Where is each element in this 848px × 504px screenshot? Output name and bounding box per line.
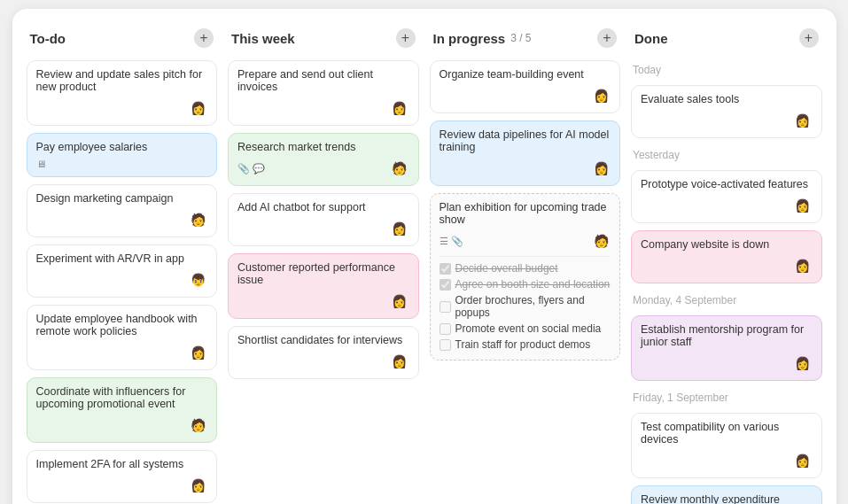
- checklist-item-4: Promote event on social media: [440, 321, 611, 337]
- column-title-this-week: This week: [231, 31, 295, 46]
- card-text-19: Prototype voice-activated features: [641, 178, 813, 190]
- add-card-in-progress[interactable]: +: [597, 28, 617, 48]
- add-card-todo[interactable]: +: [194, 28, 214, 48]
- avatar-10: 👩: [390, 98, 409, 118]
- column-title-in-progress: In progress: [433, 31, 506, 46]
- card-icons-2: 🖥: [36, 159, 46, 169]
- card-text-2: Pay employee salaries: [36, 141, 208, 153]
- card-text-1: Review and update sales pitch for new pr…: [36, 68, 208, 93]
- avatar-15: 👩: [591, 86, 611, 105]
- avatar-13: 👩: [390, 291, 409, 311]
- card-text-12: Add AI chatbot for support: [237, 201, 409, 213]
- avatar-17: 🧑: [591, 231, 611, 251]
- card-15[interactable]: Organize team-building event 👩: [430, 60, 621, 113]
- card-text-21: Establish mentorship program for junior …: [641, 323, 813, 348]
- card-19[interactable]: Prototype voice-activated features 👩: [631, 170, 822, 223]
- avatar-21: 👩: [793, 353, 813, 373]
- column-title-done: Done: [634, 31, 668, 46]
- card-7[interactable]: Implement 2FA for all systems 👩: [27, 450, 218, 503]
- card-4[interactable]: Experiment with AR/VR in app 👦: [27, 244, 218, 298]
- card-23[interactable]: Review monthly expenditure against budge…: [631, 485, 822, 504]
- card-12[interactable]: Add AI chatbot for support 👩: [228, 193, 419, 246]
- column-todo: To-do + Review and update sales pitch fo…: [27, 23, 218, 504]
- board: To-do + Review and update sales pitch fo…: [27, 23, 822, 504]
- card-5[interactable]: Update employee handbook with remote wor…: [27, 305, 218, 370]
- board-container: To-do + Review and update sales pitch fo…: [12, 9, 836, 504]
- card-text-11: Research market trends: [237, 141, 409, 153]
- card-11[interactable]: Research market trends 📎 💬 🧑: [228, 133, 419, 186]
- card-icons-11: 📎 💬: [237, 163, 265, 174]
- checklist-item-5: Train staff for product demos: [440, 337, 611, 353]
- avatar-12: 👩: [390, 219, 409, 238]
- avatar-14: 👩: [390, 352, 409, 371]
- avatar-18: 👩: [793, 111, 813, 130]
- checklist-item-1: Decide overall budget: [440, 260, 611, 276]
- avatar-6: 🧑: [188, 415, 207, 435]
- card-text-10: Prepare and send out client invoices: [237, 68, 409, 93]
- card-text-23: Review monthly expenditure against budge…: [641, 493, 813, 504]
- card-1[interactable]: Review and update sales pitch for new pr…: [27, 60, 218, 126]
- card-13[interactable]: Customer reported performance issue 👩: [228, 253, 419, 319]
- avatar-7: 👩: [188, 476, 207, 495]
- section-friday: Friday, 1 September: [631, 388, 822, 406]
- column-this-week: This week + Prepare and send out client …: [228, 23, 419, 504]
- card-text-6: Coordinate with influencers for upcoming…: [36, 385, 208, 410]
- in-progress-badge: 3 / 5: [510, 32, 531, 44]
- card-2[interactable]: Pay employee salaries 🖥: [27, 133, 218, 177]
- checklist-item-3: Order brochures, flyers and popups: [440, 292, 611, 321]
- section-today: Today: [631, 60, 822, 78]
- card-14[interactable]: Shortlist candidates for interviews 👩: [228, 326, 419, 379]
- card-21[interactable]: Establish mentorship program for junior …: [631, 315, 822, 381]
- card-text-13: Customer reported performance issue: [237, 261, 409, 286]
- avatar-5: 👩: [188, 343, 207, 362]
- card-text-5: Update employee handbook with remote wor…: [36, 313, 208, 337]
- card-text-7: Implement 2FA for all systems: [36, 458, 208, 470]
- card-text-20: Company website is down: [641, 238, 813, 251]
- avatar-16: 👩: [591, 159, 611, 178]
- avatar-4: 👦: [188, 270, 207, 290]
- checkbox-2[interactable]: [440, 279, 451, 291]
- card-6[interactable]: Coordinate with influencers for upcoming…: [27, 377, 218, 443]
- checklist-17: Decide overall budget Agree on booth siz…: [440, 260, 611, 353]
- card-3[interactable]: Design marketing campaign 🧑: [27, 184, 218, 237]
- card-icons-17: ☰ 📎: [440, 236, 463, 247]
- card-20[interactable]: Company website is down 👩: [631, 230, 822, 283]
- checkbox-5[interactable]: [440, 339, 451, 351]
- checkbox-1[interactable]: [440, 263, 451, 275]
- checkbox-4[interactable]: [440, 323, 451, 335]
- card-text-15: Organize team-building event: [440, 68, 611, 81]
- column-title-todo: To-do: [30, 31, 66, 46]
- card-16[interactable]: Review data pipelines for AI model train…: [430, 120, 621, 186]
- card-text-18: Evaluate sales tools: [641, 93, 813, 105]
- column-done: Done + Today Evaluate sales tools 👩 Yest…: [631, 23, 822, 504]
- avatar-3: 🧑: [188, 210, 207, 229]
- avatar-22: 👩: [793, 451, 813, 470]
- checkbox-3[interactable]: [440, 301, 451, 313]
- column-header-in-progress: In progress 3 / 5 +: [430, 23, 621, 53]
- column-header-done: Done +: [631, 23, 822, 53]
- card-text-16: Review data pipelines for AI model train…: [440, 128, 611, 153]
- avatar-1: 👩: [188, 98, 207, 118]
- card-text-17: Plan exhibition for upcoming trade show: [440, 201, 611, 226]
- checklist-item-2: Agree on booth size and location: [440, 276, 611, 292]
- card-text-14: Shortlist candidates for interviews: [237, 334, 409, 346]
- avatar-20: 👩: [793, 256, 813, 275]
- avatar-11: 🧑: [390, 159, 409, 178]
- section-yesterday: Yesterday: [631, 145, 822, 163]
- add-card-this-week[interactable]: +: [396, 28, 416, 48]
- add-card-done[interactable]: +: [799, 28, 819, 48]
- card-text-4: Experiment with AR/VR in app: [36, 252, 208, 265]
- column-in-progress: In progress 3 / 5 + Organize team-buildi…: [430, 23, 621, 504]
- card-text-22: Test compatibility on various devices: [641, 421, 813, 446]
- column-header-this-week: This week +: [228, 23, 419, 53]
- card-10[interactable]: Prepare and send out client invoices 👩: [228, 60, 419, 126]
- section-monday: Monday, 4 September: [631, 291, 822, 308]
- card-22[interactable]: Test compatibility on various devices 👩: [631, 413, 822, 478]
- card-text-3: Design marketing campaign: [36, 192, 208, 205]
- card-18[interactable]: Evaluate sales tools 👩: [631, 85, 822, 138]
- column-header-todo: To-do +: [27, 23, 218, 53]
- avatar-19: 👩: [793, 196, 813, 215]
- card-17[interactable]: Plan exhibition for upcoming trade show …: [430, 193, 621, 361]
